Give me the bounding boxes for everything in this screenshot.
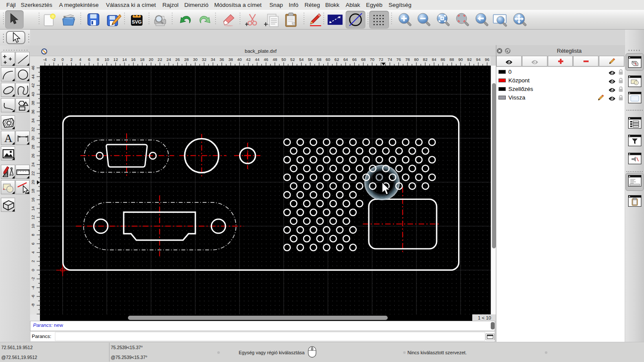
svg-text:-6: -6 [30, 294, 35, 298]
svg-text:30: 30 [30, 136, 35, 140]
svg-text:28: 28 [184, 57, 189, 62]
svg-text:-2: -2 [52, 57, 55, 62]
svg-text:88: 88 [450, 57, 454, 62]
svg-text:4: 4 [30, 251, 35, 253]
svg-text:14: 14 [122, 57, 127, 62]
svg-text:74: 74 [388, 57, 392, 62]
svg-text:36: 36 [219, 57, 224, 62]
svg-text:24: 24 [167, 57, 171, 62]
svg-text:0: 0 [61, 57, 64, 62]
svg-text:46: 46 [264, 57, 268, 62]
svg-text:82: 82 [423, 57, 428, 62]
svg-text:66: 66 [352, 57, 357, 62]
svg-text:22: 22 [30, 171, 35, 175]
svg-text:-2: -2 [30, 277, 35, 280]
svg-text:22: 22 [158, 57, 162, 62]
svg-text:-4: -4 [30, 286, 35, 289]
svg-text:2: 2 [70, 57, 73, 62]
svg-text:46: 46 [30, 65, 35, 70]
svg-text:12: 12 [113, 57, 118, 62]
svg-text:20: 20 [30, 180, 35, 184]
svg-text:58: 58 [317, 57, 322, 62]
svg-text:40: 40 [30, 92, 35, 97]
svg-text:54: 54 [299, 57, 304, 62]
svg-text:34: 34 [211, 57, 216, 62]
svg-text:48: 48 [273, 57, 277, 62]
svg-text:26: 26 [30, 153, 35, 158]
svg-text:4: 4 [79, 57, 81, 62]
svg-text:-4: -4 [43, 57, 46, 62]
svg-text:60: 60 [326, 57, 331, 62]
svg-text:16: 16 [131, 57, 136, 62]
svg-text:90: 90 [459, 57, 463, 62]
svg-text:36: 36 [30, 109, 35, 114]
svg-text:20: 20 [149, 57, 154, 62]
svg-text:78: 78 [405, 57, 410, 62]
svg-text:32: 32 [30, 127, 35, 132]
svg-text:38: 38 [30, 100, 35, 105]
svg-text:40: 40 [237, 57, 242, 62]
svg-text:70: 70 [370, 57, 375, 62]
svg-text:44: 44 [30, 74, 35, 79]
svg-text:SVG: SVG [132, 19, 142, 24]
svg-text:34: 34 [30, 118, 35, 123]
svg-text:28: 28 [30, 145, 35, 149]
svg-text:14: 14 [30, 206, 35, 211]
svg-text:94: 94 [476, 57, 481, 62]
svg-text:62: 62 [334, 57, 339, 62]
svg-text:-8: -8 [30, 303, 35, 307]
svg-text:A: A [4, 132, 12, 145]
svg-text:8: 8 [30, 234, 35, 236]
svg-text:92: 92 [467, 57, 472, 62]
svg-text:0: 0 [30, 269, 35, 271]
svg-text:2: 2 [30, 260, 35, 262]
svg-text:16: 16 [30, 197, 35, 202]
svg-text:80: 80 [414, 57, 419, 62]
svg-text:10: 10 [30, 223, 35, 228]
svg-text:6: 6 [30, 242, 35, 244]
svg-text:84: 84 [432, 57, 437, 62]
svg-text:10: 10 [105, 57, 109, 62]
svg-text:44: 44 [255, 57, 260, 62]
svg-text:30: 30 [193, 57, 198, 62]
svg-text:18: 18 [140, 57, 145, 62]
svg-text:72: 72 [379, 57, 383, 62]
svg-text:50: 50 [282, 57, 286, 62]
svg-text:64: 64 [343, 57, 348, 62]
svg-text:8: 8 [97, 57, 99, 62]
svg-text:86: 86 [440, 57, 445, 62]
svg-text:32: 32 [202, 57, 207, 62]
svg-text:18: 18 [30, 188, 35, 193]
svg-text:76: 76 [396, 57, 401, 62]
svg-text:52: 52 [290, 57, 295, 62]
svg-text:12: 12 [30, 215, 35, 220]
svg-text:38: 38 [228, 57, 233, 62]
svg-text:56: 56 [308, 57, 313, 62]
svg-text:24: 24 [30, 162, 35, 167]
svg-text:42: 42 [246, 57, 251, 62]
svg-text:6: 6 [88, 57, 90, 62]
svg-text:42: 42 [30, 83, 35, 87]
svg-text:96: 96 [485, 57, 489, 62]
svg-text:26: 26 [175, 57, 180, 62]
svg-text:68: 68 [361, 57, 366, 62]
